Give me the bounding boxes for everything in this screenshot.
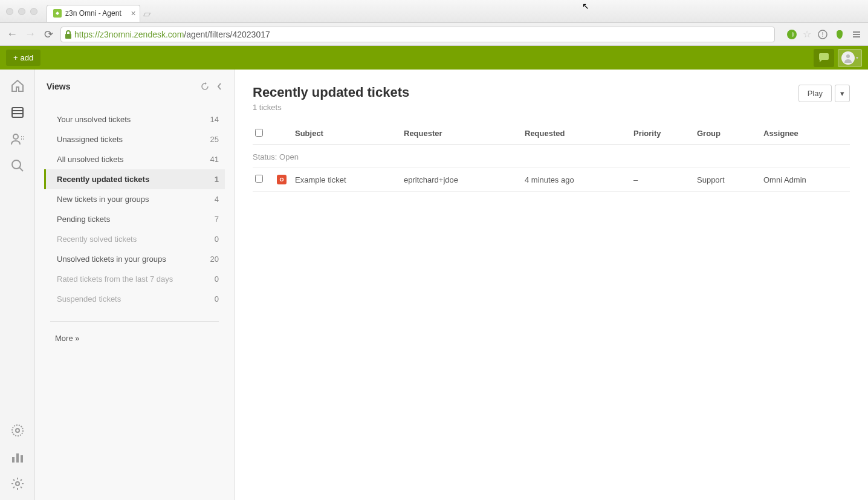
url-bar: ← → ⟳ https://z3nomni.zendesk.com/agent/… [0, 23, 868, 46]
tab-close-icon[interactable]: × [131, 8, 136, 18]
play-button[interactable]: Play [798, 85, 832, 102]
view-item-count: 41 [210, 155, 219, 164]
play-dropdown[interactable]: ▾ [835, 85, 850, 102]
url-right-icons: ☆ ! [787, 28, 862, 40]
extension-icon[interactable] [787, 30, 797, 39]
forward-button[interactable]: → [24, 28, 36, 41]
view-item-count: 0 [215, 294, 219, 304]
status-badge: O [277, 175, 287, 184]
add-label: add [21, 53, 34, 62]
plus-icon: + [13, 53, 18, 62]
more-link[interactable]: More » [44, 329, 225, 348]
collapse-icon[interactable] [216, 82, 222, 91]
view-item-count: 25 [210, 135, 219, 144]
views-icon[interactable] [10, 105, 25, 120]
customers-icon[interactable] [10, 132, 25, 146]
view-item-label: Pending tickets [57, 215, 110, 224]
add-button[interactable]: + add [6, 50, 40, 66]
url-input[interactable]: https://z3nomni.zendesk.com/agent/filter… [60, 27, 775, 42]
browser-tab[interactable]: z3n Omni - Agent × [47, 5, 140, 22]
svg-point-18 [16, 429, 19, 432]
col-requested[interactable]: Requested [525, 129, 633, 138]
url-text: https://z3nomni.zendesk.com/agent/filter… [74, 30, 270, 39]
view-item[interactable]: New tickets in your groups4 [44, 189, 225, 209]
evernote-icon[interactable] [834, 29, 845, 40]
svg-rect-1 [65, 34, 71, 39]
back-button[interactable]: ← [6, 28, 18, 41]
view-item[interactable]: Recently updated tickets1 [44, 169, 225, 189]
icon-rail [0, 70, 35, 500]
row-checkbox[interactable] [255, 175, 263, 183]
tab-title: z3n Omni - Agent [65, 9, 121, 18]
browser-chrome: z3n Omni - Agent × ▱ [0, 0, 868, 23]
view-item[interactable]: Pending tickets7 [44, 209, 225, 229]
col-group[interactable]: Group [697, 129, 763, 138]
cell-priority: – [633, 175, 697, 184]
view-item-label: New tickets in your groups [57, 195, 149, 204]
avatar-icon [841, 51, 855, 65]
view-item-count: 20 [210, 255, 219, 264]
select-all-checkbox[interactable] [255, 129, 263, 137]
svg-rect-9 [12, 108, 23, 117]
settings-icon[interactable] [10, 476, 25, 491]
svg-text:!: ! [822, 31, 824, 38]
views-sidebar: Views Your unsolved tickets14Unassigned … [35, 70, 235, 500]
new-tab-button[interactable]: ▱ [143, 8, 151, 19]
bookmark-star-icon[interactable]: ☆ [803, 28, 811, 40]
col-subject[interactable]: Subject [295, 129, 404, 138]
col-assignee[interactable]: Assignee [763, 129, 850, 138]
col-priority[interactable]: Priority [633, 129, 697, 138]
view-item[interactable]: Recently solved tickets0 [44, 229, 225, 249]
chevron-down-icon: ▾ [856, 55, 858, 60]
cell-requester: epritchard+jdoe [404, 175, 525, 184]
refresh-icon[interactable] [201, 82, 209, 91]
views-title: Views [47, 82, 70, 91]
view-item[interactable]: Your unsolved tickets14 [44, 109, 225, 129]
page-subtitle: 1 tickets [253, 103, 409, 112]
divider [50, 321, 219, 322]
minimize-window-button[interactable] [18, 8, 25, 15]
chat-button[interactable] [814, 49, 834, 67]
view-item-label: Unsolved tickets in your groups [57, 255, 166, 264]
view-item-count: 4 [215, 195, 219, 204]
view-item-label: Recently solved tickets [57, 235, 137, 244]
table-row[interactable]: OExample ticketepritchard+jdoe4 minutes … [253, 167, 850, 192]
view-item[interactable]: Unsolved tickets in your groups20 [44, 249, 225, 269]
svg-point-17 [12, 425, 23, 436]
group-header: Status: Open [253, 145, 850, 167]
view-item-count: 7 [215, 215, 219, 224]
cell-subject: Example ticket [295, 175, 404, 184]
view-item-label: Suspended tickets [57, 294, 121, 304]
view-item[interactable]: Rated tickets from the last 7 days0 [44, 269, 225, 289]
view-item-label: Recently updated tickets [57, 175, 149, 184]
view-item-count: 0 [215, 274, 219, 284]
col-requester[interactable]: Requester [404, 129, 525, 138]
cell-requested: 4 minutes ago [525, 175, 633, 184]
main-content: Recently updated tickets 1 tickets Play … [235, 70, 868, 500]
svg-line-16 [19, 167, 23, 171]
admin-icon[interactable] [10, 423, 25, 438]
search-icon[interactable] [10, 158, 25, 173]
reload-button[interactable]: ⟳ [42, 28, 54, 41]
svg-point-8 [846, 54, 850, 58]
view-item[interactable]: Unassigned tickets25 [44, 129, 225, 149]
chevron-down-icon: ▾ [840, 89, 844, 98]
view-item-label: All unsolved tickets [57, 155, 124, 164]
svg-point-12 [13, 134, 18, 139]
menu-icon[interactable] [851, 29, 862, 40]
view-item-count: 1 [215, 175, 219, 184]
table-header: Subject Requester Requested Priority Gro… [253, 123, 850, 145]
info-icon[interactable]: ! [817, 29, 828, 40]
home-icon[interactable] [10, 79, 25, 93]
app-header: + add ▾ [0, 46, 868, 70]
view-item-label: Unassigned tickets [57, 135, 123, 144]
close-window-button[interactable] [6, 8, 13, 15]
user-menu[interactable]: ▾ [838, 49, 862, 67]
svg-rect-19 [12, 457, 15, 463]
reports-icon[interactable] [10, 450, 25, 464]
view-item[interactable]: Suspended tickets0 [44, 289, 225, 309]
view-item-label: Your unsolved tickets [57, 115, 131, 124]
maximize-window-button[interactable] [30, 8, 37, 15]
view-item[interactable]: All unsolved tickets41 [44, 149, 225, 169]
lock-icon [65, 30, 72, 39]
